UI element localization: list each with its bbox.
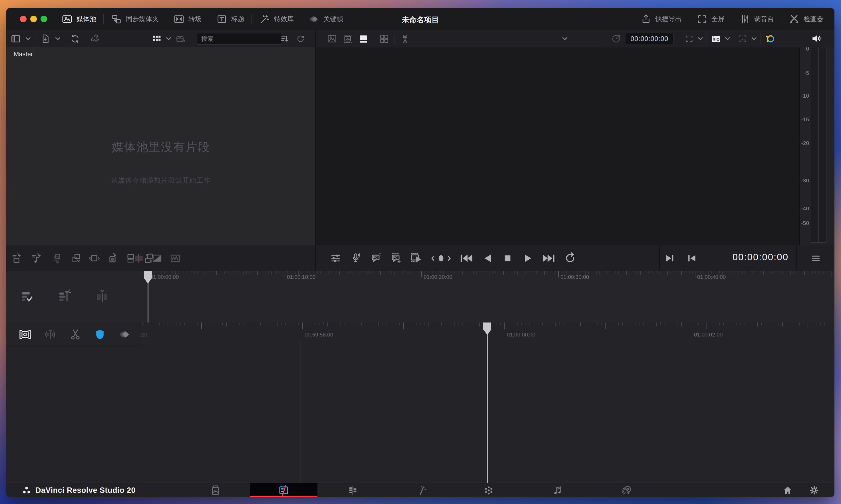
place-on-top-icon[interactable] bbox=[106, 252, 119, 265]
tab-sync-bin[interactable]: 同步媒体夹 bbox=[104, 8, 166, 30]
source-tape-icon[interactable] bbox=[409, 251, 423, 265]
razor-scissors-icon[interactable] bbox=[69, 328, 82, 341]
minimize-window-button[interactable] bbox=[30, 16, 37, 22]
cut-page-icon bbox=[278, 484, 290, 497]
mic-icon[interactable] bbox=[350, 252, 362, 265]
app-name: DaVinci Resolve Studio 20 bbox=[35, 486, 136, 495]
chevron-down-icon[interactable] bbox=[698, 37, 703, 40]
insert-audio-icon[interactable] bbox=[30, 252, 43, 265]
panel-toggle-icon[interactable] bbox=[10, 33, 21, 44]
tab-quick-export[interactable]: 快捷导出 bbox=[633, 8, 689, 30]
sync-clips-icon[interactable] bbox=[70, 33, 80, 44]
ruler-label: 00:59:58:00 bbox=[305, 331, 333, 338]
poi-add-icon[interactable]: POI bbox=[389, 252, 402, 265]
page-cut-active[interactable] bbox=[250, 483, 318, 497]
zoom-window-button[interactable] bbox=[40, 16, 47, 22]
loop-button[interactable] bbox=[563, 251, 577, 265]
transition-cut-icon[interactable] bbox=[132, 252, 145, 265]
audio-level-bars bbox=[811, 48, 826, 242]
safe-area-icon[interactable] bbox=[684, 34, 694, 44]
page-fusion[interactable] bbox=[414, 483, 430, 497]
snap-shield-icon[interactable] bbox=[94, 328, 106, 341]
timeline-timecode[interactable]: 00:00:00:00 bbox=[720, 252, 788, 263]
davinci-logo-icon bbox=[22, 486, 31, 496]
speaker-icon[interactable] bbox=[810, 32, 823, 45]
next-edit-icon[interactable] bbox=[663, 252, 676, 265]
unlink-icon[interactable] bbox=[90, 33, 101, 44]
storyboard-view-icon[interactable] bbox=[358, 33, 369, 44]
chevron-down-icon[interactable] bbox=[752, 37, 756, 40]
image-view-icon[interactable] bbox=[326, 33, 337, 44]
home-button[interactable] bbox=[780, 483, 795, 497]
transition-smoothcut-icon[interactable] bbox=[169, 252, 182, 265]
shuttle-jog-control[interactable] bbox=[430, 252, 452, 265]
color-enhance-icon[interactable] bbox=[764, 33, 776, 44]
divider bbox=[797, 246, 797, 271]
page-fairlight[interactable] bbox=[550, 483, 566, 497]
media-pool-header: Master bbox=[6, 47, 316, 61]
tab-media-pool[interactable]: 媒体池 bbox=[54, 8, 103, 30]
refresh-icon[interactable] bbox=[296, 34, 305, 44]
timeline-options-menu-icon[interactable] bbox=[810, 253, 822, 264]
mini-timeline-playhead[interactable] bbox=[144, 271, 152, 323]
clip-color-icon[interactable] bbox=[175, 33, 186, 44]
transitions-stack-icon[interactable] bbox=[118, 328, 131, 341]
mini-timeline-ruler[interactable]: 01:00:00:00 01:00:10:00 01:00:20:00 01:0… bbox=[140, 271, 835, 282]
page-color[interactable] bbox=[481, 483, 497, 497]
skip-to-start-button[interactable] bbox=[459, 252, 474, 265]
tab-inspector[interactable]: 检查器 bbox=[781, 8, 830, 30]
smart-insert-icon[interactable] bbox=[51, 252, 64, 265]
split-clips-icon[interactable] bbox=[94, 289, 109, 304]
clock-icon[interactable] bbox=[611, 33, 622, 44]
poi-icon[interactable]: POI bbox=[370, 252, 382, 265]
insert-video-icon[interactable] bbox=[11, 252, 23, 265]
tab-titles[interactable]: 标题 bbox=[209, 8, 251, 30]
mixer-icon bbox=[739, 13, 751, 25]
playback-quality-hq-icon[interactable]: HQ bbox=[711, 33, 721, 44]
viewer-timecode[interactable]: 00:00:00:00 bbox=[625, 33, 674, 45]
chevron-down-icon[interactable] bbox=[166, 37, 171, 40]
play-button[interactable] bbox=[521, 252, 534, 265]
append-icon[interactable] bbox=[70, 252, 82, 265]
page-edit[interactable] bbox=[345, 483, 361, 497]
tab-effects[interactable]: 特效库 bbox=[252, 8, 301, 30]
chevron-down-icon[interactable] bbox=[55, 37, 60, 40]
close-window-button[interactable] bbox=[20, 16, 26, 22]
pin-trim-icon[interactable] bbox=[43, 328, 57, 341]
prev-edit-icon[interactable] bbox=[686, 252, 698, 265]
filmstrip-view-icon[interactable] bbox=[342, 33, 353, 44]
sync-pin-icon[interactable] bbox=[57, 289, 72, 304]
tab-fullscreen[interactable]: 全屏 bbox=[689, 8, 732, 30]
tools-icon[interactable] bbox=[329, 252, 342, 265]
ripple-overwrite-icon[interactable] bbox=[88, 252, 101, 265]
trim-tool-icon[interactable] bbox=[18, 328, 32, 341]
import-media-icon[interactable] bbox=[40, 33, 51, 44]
divider bbox=[734, 33, 734, 44]
sort-icon[interactable] bbox=[280, 34, 289, 44]
stop-button[interactable] bbox=[501, 252, 514, 265]
grid-view-icon[interactable] bbox=[151, 33, 162, 44]
svg-text:POI: POI bbox=[393, 256, 398, 259]
tab-keyframes[interactable]: 关键帧 bbox=[301, 8, 350, 30]
export-icon bbox=[640, 13, 652, 25]
page-deliver[interactable] bbox=[619, 483, 634, 497]
multi-view-icon[interactable] bbox=[379, 33, 390, 44]
timeline-checklist-icon[interactable] bbox=[19, 289, 34, 304]
tab-mixer[interactable]: 调音台 bbox=[732, 8, 781, 30]
divider bbox=[680, 33, 680, 44]
viewer-source-chevron-icon[interactable] bbox=[562, 37, 567, 40]
resize-icon[interactable] bbox=[738, 34, 748, 44]
page-media[interactable] bbox=[208, 483, 223, 497]
settings-button[interactable] bbox=[806, 483, 822, 497]
fullscreen-icon bbox=[696, 13, 708, 25]
tab-transitions[interactable]: 转场 bbox=[166, 8, 209, 30]
bin-name[interactable]: Master bbox=[14, 51, 33, 58]
play-reverse-button[interactable] bbox=[481, 252, 494, 265]
timeline-playhead[interactable] bbox=[483, 323, 491, 483]
chevron-down-icon[interactable] bbox=[26, 37, 31, 40]
broadcast-icon[interactable] bbox=[400, 33, 411, 44]
skip-to-end-button[interactable] bbox=[541, 252, 556, 265]
chevron-down-icon[interactable] bbox=[725, 37, 730, 40]
transition-dissolve-icon[interactable] bbox=[151, 252, 163, 265]
search-input[interactable] bbox=[197, 33, 282, 44]
